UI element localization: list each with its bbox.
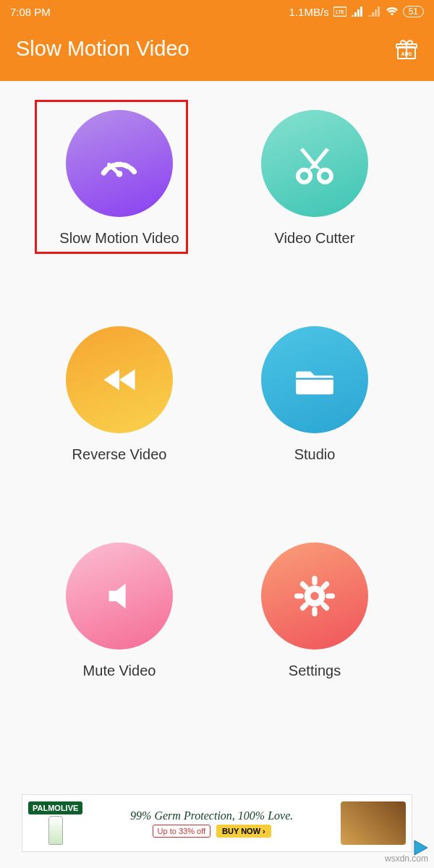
app-title: Slow Motion Video [16, 37, 190, 61]
wifi-icon [386, 7, 399, 17]
svg-point-7 [319, 170, 331, 182]
ad-brand: PALMOLIVE [28, 801, 82, 814]
video-cutter-circle [261, 110, 368, 217]
tile-label: Reverse Video [72, 446, 167, 463]
scissors-icon [289, 137, 341, 190]
svg-point-6 [298, 170, 310, 182]
reverse-video-circle [66, 326, 173, 433]
ad-banner[interactable]: PALMOLIVE 99% Germ Protection, 100% Love… [22, 794, 412, 852]
ad-product-image [341, 801, 406, 845]
network-speed: 1.1MB/s [289, 6, 329, 18]
signal-icon [351, 7, 364, 17]
tile-mute-video[interactable]: Mute Video [22, 542, 217, 679]
gear-icon [289, 570, 341, 622]
settings-circle [261, 542, 368, 650]
status-right: 1.1MB/s LTE 51 [289, 6, 424, 18]
rewind-icon [93, 354, 145, 406]
folder-icon [289, 354, 341, 406]
gauge-icon [93, 137, 145, 190]
ad-headline: 99% Germ Protection, 100% Love. [130, 809, 293, 822]
tile-slow-motion[interactable]: Slow Motion Video [22, 110, 217, 247]
volte-icon: LTE [333, 7, 346, 17]
svg-text:LTE: LTE [336, 9, 344, 14]
svg-text:ADS: ADS [401, 51, 412, 56]
tile-studio[interactable]: Studio [217, 326, 412, 463]
tile-label: Settings [289, 663, 341, 679]
tile-settings[interactable]: Settings [217, 542, 412, 679]
studio-circle [261, 326, 368, 433]
ad-center: 99% Germ Protection, 100% Love. Up to 33… [82, 809, 341, 838]
svg-point-5 [116, 171, 123, 177]
tile-label: Slow Motion Video [59, 230, 179, 247]
mute-video-circle [66, 542, 173, 650]
tile-reverse-video[interactable]: Reverse Video [22, 326, 217, 463]
speaker-icon [93, 570, 145, 622]
signal-icon-2 [368, 7, 381, 17]
tile-label: Studio [294, 446, 336, 463]
app-header: Slow Motion Video ADS [0, 23, 434, 81]
tile-label: Mute Video [83, 663, 156, 679]
slow-motion-circle [66, 110, 173, 217]
ads-gift-icon[interactable]: ADS [395, 37, 418, 60]
feature-grid: Slow Motion Video Video Cutter Reverse V… [0, 81, 434, 686]
tile-label: Video Cutter [275, 230, 355, 247]
watermark: wsxdn.com [385, 854, 428, 864]
ad-offer: Up to 33% off [153, 825, 210, 838]
tile-video-cutter[interactable]: Video Cutter [217, 110, 412, 247]
battery-level: 51 [403, 6, 424, 17]
status-bar: 7:08 PM 1.1MB/s LTE 51 [0, 0, 434, 23]
status-time: 7:08 PM [10, 6, 51, 18]
ad-cta[interactable]: BUY NOW › [216, 825, 271, 838]
